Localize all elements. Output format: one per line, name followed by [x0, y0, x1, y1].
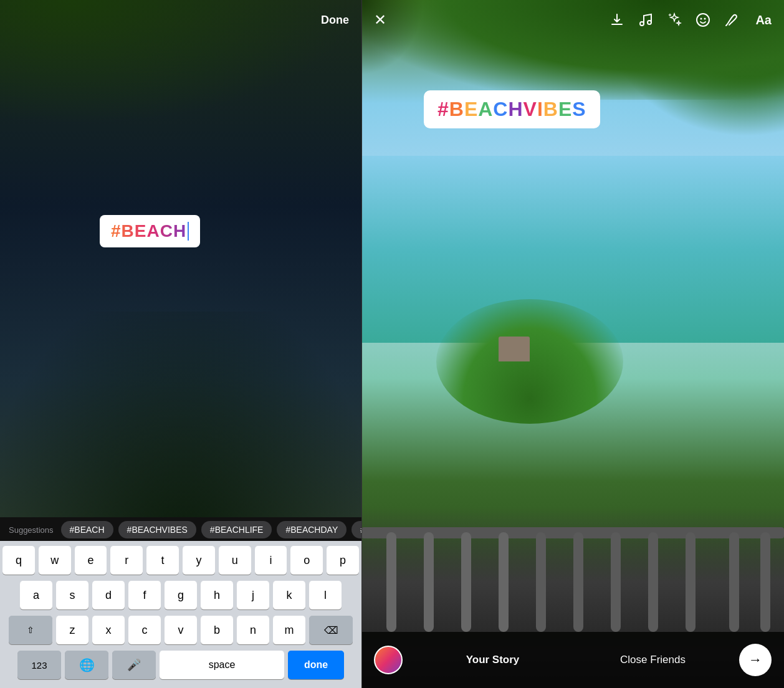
suggestion-chip-beachvibes[interactable]: #BEACHVIBES	[118, 521, 196, 538]
key-t[interactable]: t	[146, 546, 179, 575]
key-globe[interactable]: 🌐	[65, 651, 108, 679]
suggestions-section: Suggestions #BEACH #BEACHVIBES #BEACHLIF…	[0, 517, 361, 541]
island-hill	[436, 299, 623, 424]
suggestion-chip-beachday[interactable]: #BEACHDAY	[277, 521, 347, 538]
right-toolbar: ✕	[361, 11, 784, 29]
key-k[interactable]: k	[273, 581, 305, 609]
suggestion-chip-more[interactable]: #	[351, 521, 361, 538]
panel-divider	[361, 0, 362, 688]
key-u[interactable]: u	[219, 546, 251, 575]
key-o[interactable]: o	[290, 546, 323, 575]
keyboard-row-4: 123 🌐 🎤 space done	[2, 651, 359, 679]
close-friends-button[interactable]: Close Friends	[573, 654, 733, 666]
sticker-I: I	[537, 98, 543, 120]
railing-post-2	[424, 532, 434, 632]
hashtag-sticker[interactable]: #BEACHVIBES	[424, 90, 600, 128]
railing-post-3	[461, 532, 471, 632]
railing-post-8	[648, 532, 658, 632]
key-x[interactable]: x	[92, 616, 125, 644]
key-v[interactable]: v	[165, 616, 197, 644]
text-cursor	[188, 222, 189, 241]
draw-icon[interactable]	[724, 12, 742, 27]
left-panel: Done #BEACH Suggestions #BEACH #BEACHVIB…	[0, 0, 361, 688]
railing-post-6	[573, 532, 583, 632]
suggestions-label: Suggestions	[9, 525, 54, 535]
right-panel: ✕	[361, 0, 784, 688]
key-d[interactable]: d	[92, 581, 125, 609]
key-n[interactable]: n	[237, 616, 269, 644]
sticker-E: E	[464, 98, 478, 120]
key-b[interactable]: b	[201, 616, 233, 644]
key-z[interactable]: z	[56, 616, 88, 644]
sticker-C: C	[493, 98, 508, 120]
key-i[interactable]: i	[255, 546, 287, 575]
download-icon[interactable]	[610, 12, 624, 27]
aa-button[interactable]: Aa	[755, 13, 772, 27]
key-c[interactable]: c	[128, 616, 161, 644]
your-story-button[interactable]: Your Story	[413, 654, 573, 666]
keyboard-area: Suggestions #BEACH #BEACHVIBES #BEACHLIF…	[0, 517, 361, 688]
sticker-hash: #	[437, 98, 449, 120]
railing-post-4	[499, 532, 509, 632]
railing-post-5	[536, 532, 546, 632]
suggestion-chip-beach[interactable]: #BEACH	[61, 521, 113, 538]
key-a[interactable]: a	[20, 581, 52, 609]
key-g[interactable]: g	[165, 581, 197, 609]
key-m[interactable]: m	[273, 616, 305, 644]
key-mic[interactable]: 🎤	[112, 651, 156, 679]
keyboard-row-3: ⇧ z x c v b n m ⌫	[2, 616, 359, 644]
key-delete[interactable]: ⌫	[309, 616, 353, 644]
hashtag-input-box[interactable]: #BEACH	[100, 215, 200, 247]
svg-point-0	[640, 22, 644, 26]
key-j[interactable]: j	[237, 581, 269, 609]
key-l[interactable]: l	[309, 581, 342, 609]
avatar	[374, 646, 403, 674]
key-numbers[interactable]: 123	[17, 651, 61, 679]
sticker-icon[interactable]	[696, 12, 710, 27]
key-h[interactable]: h	[201, 581, 233, 609]
sticker-B2: B	[543, 98, 558, 120]
key-r[interactable]: r	[110, 546, 143, 575]
svg-point-2	[697, 14, 709, 26]
key-p[interactable]: p	[327, 546, 359, 575]
sticker-H: H	[508, 98, 523, 120]
suggestion-chip-beachlife[interactable]: #BEACHLIFE	[201, 521, 272, 538]
hashtag-input-text: #BEACH	[111, 221, 186, 241]
svg-point-3	[700, 18, 702, 20]
send-button[interactable]: →	[739, 644, 772, 676]
done-button[interactable]: Done	[321, 14, 349, 27]
key-y[interactable]: y	[183, 546, 215, 575]
keyboard-row-1: q w e r t y u i o p	[2, 546, 359, 575]
svg-point-4	[704, 18, 706, 20]
railing-post-7	[611, 532, 621, 632]
key-shift[interactable]: ⇧	[9, 616, 52, 644]
sticker-V: V	[523, 98, 537, 120]
right-bottom-bar: Your Story Close Friends →	[361, 632, 784, 688]
key-w[interactable]: w	[39, 546, 71, 575]
svg-point-1	[648, 21, 651, 24]
sticker-B: B	[449, 98, 464, 120]
sticker-S: S	[572, 98, 586, 120]
sticker-E2: E	[558, 98, 572, 120]
railing-post-11	[760, 532, 770, 632]
railing-post-10	[729, 532, 739, 632]
key-space[interactable]: space	[160, 651, 284, 679]
key-f[interactable]: f	[128, 581, 161, 609]
key-done[interactable]: done	[288, 651, 344, 679]
close-icon[interactable]: ✕	[374, 11, 386, 29]
key-e[interactable]: e	[75, 546, 107, 575]
sticker-text: #BEACHVIBES	[437, 98, 586, 120]
toolbar-right-icons: Aa	[610, 12, 772, 27]
keyboard-rows: q w e r t y u i o p a s d f g h j k l	[0, 541, 361, 688]
sticker-A: A	[478, 98, 493, 120]
railing-post-1	[386, 532, 396, 632]
railing-post-9	[686, 532, 696, 632]
music-icon[interactable]	[638, 12, 653, 27]
key-q[interactable]: q	[2, 546, 35, 575]
sparkle-icon[interactable]	[667, 12, 682, 27]
island-structure	[499, 337, 530, 361]
key-s[interactable]: s	[56, 581, 88, 609]
keyboard-row-2: a s d f g h j k l	[2, 581, 359, 609]
send-arrow-icon: →	[748, 652, 762, 668]
